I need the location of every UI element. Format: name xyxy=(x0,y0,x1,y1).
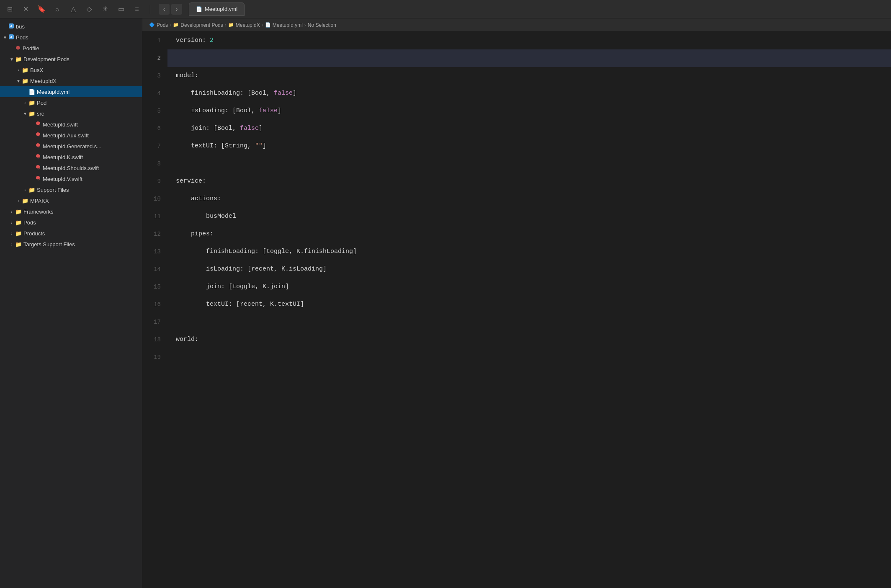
bookmark-icon[interactable]: 🔖 xyxy=(37,5,46,14)
breadcrumb-folder-icon-1: 📁 xyxy=(173,22,179,28)
sidebar-item-meetupid-aux[interactable]: MeetupId.Aux.swift xyxy=(0,130,142,141)
sidebar-item-podfile[interactable]: Podfile xyxy=(0,43,142,54)
line-number-11: 11 xyxy=(142,208,167,225)
asterisk-icon[interactable]: ✳ xyxy=(100,5,110,14)
sidebar-item-meetupid-k[interactable]: MeetupId.K.swift xyxy=(0,152,142,162)
tree-arrow: › xyxy=(15,199,22,203)
nav-back-button[interactable]: ‹ xyxy=(159,4,170,15)
yaml-icon: 📄 xyxy=(28,89,35,95)
breadcrumb-meetupid-yml[interactable]: MeetupId.yml xyxy=(273,22,303,28)
sidebar-item-label: MeetupId.yml xyxy=(37,89,70,95)
code-token: false xyxy=(259,102,278,120)
line-number-13: 13 xyxy=(142,243,167,260)
code-line-11: busModel xyxy=(167,208,891,225)
diamond-icon[interactable]: ◇ xyxy=(85,5,94,14)
sidebar-item-meetupidx[interactable]: ▼📁MeetupIdX xyxy=(0,75,142,86)
code-token: isLoading: [recent, K.isLoading] xyxy=(176,260,327,278)
tree-arrow: › xyxy=(8,242,15,247)
code-token: false xyxy=(240,120,259,137)
sidebar-item-busx[interactable]: ›📁BusX xyxy=(0,64,142,75)
code-token: service: xyxy=(176,173,206,190)
swift-icon xyxy=(35,121,41,128)
sidebar-item-meetupid-swift[interactable]: MeetupId.swift xyxy=(0,119,142,130)
line-number-16: 16 xyxy=(142,296,167,313)
folder-icon: 📁 xyxy=(15,209,22,215)
sidebar-item-label: bus xyxy=(16,23,25,30)
tab-meetupid-yml[interactable]: 📄 MeetupId.yml xyxy=(189,3,245,16)
rect-icon[interactable]: ▭ xyxy=(116,5,126,14)
sidebar-item-pods-root[interactable]: ▼APods xyxy=(0,32,142,43)
folder-icon: 📁 xyxy=(28,100,35,106)
code-token: ] xyxy=(263,137,266,155)
line-number-1: 1 xyxy=(142,32,167,49)
tree-arrow: ▼ xyxy=(8,57,15,62)
code-token: actions: xyxy=(176,190,221,208)
code-editor[interactable]: 12345678910111213141516171819 version: 2… xyxy=(142,32,891,588)
code-area: 12345678910111213141516171819 version: 2… xyxy=(142,32,891,588)
sidebar-item-products[interactable]: ›📁Products xyxy=(0,228,142,239)
code-line-8 xyxy=(167,155,891,173)
sidebar-item-pod[interactable]: ›📁Pod xyxy=(0,97,142,108)
sidebar-item-meetupid-v[interactable]: MeetupId.V.swift xyxy=(0,173,142,184)
grid-icon[interactable]: ⊞ xyxy=(5,5,14,14)
code-token: ] xyxy=(278,102,281,120)
sidebar-item-label: Development Pods xyxy=(23,56,70,62)
sidebar-item-frameworks[interactable]: ›📁Frameworks xyxy=(0,206,142,217)
svg-text:A: A xyxy=(10,24,13,28)
code-token: 2 xyxy=(210,32,214,49)
code-lines: version: 2model: finishLoading: [Bool, f… xyxy=(167,32,891,588)
sidebar: Abus▼APodsPodfile▼📁Development Pods›📁Bus… xyxy=(0,18,142,588)
breadcrumb-meetupidx[interactable]: MeetupIdX xyxy=(236,22,260,28)
tree-arrow: › xyxy=(8,220,15,225)
tree-arrow: ▼ xyxy=(15,79,22,83)
tree-arrow: › xyxy=(22,101,28,105)
breadcrumb-folder-icon-2: 📁 xyxy=(228,22,234,28)
breadcrumb-development-pods[interactable]: Development Pods xyxy=(180,22,223,28)
swift-icon xyxy=(35,143,41,150)
sidebar-item-support-files[interactable]: ›📁Support Files xyxy=(0,184,142,195)
close-icon[interactable]: ✕ xyxy=(21,5,30,14)
code-line-2 xyxy=(167,49,891,67)
tree-arrow: ▼ xyxy=(22,111,28,116)
breadcrumb-pods[interactable]: Pods xyxy=(157,22,168,28)
breadcrumb-sep-4: › xyxy=(304,22,306,28)
sidebar-item-bus[interactable]: Abus xyxy=(0,21,142,32)
code-line-6: join: [Bool, false] xyxy=(167,120,891,137)
folder-icon: 📁 xyxy=(15,241,22,248)
sidebar-item-development-pods[interactable]: ▼📁Development Pods xyxy=(0,54,142,64)
nav-forward-button[interactable]: › xyxy=(171,4,182,15)
svg-marker-4 xyxy=(16,46,20,50)
tree-arrow: › xyxy=(8,231,15,236)
sidebar-item-targets-support[interactable]: ›📁Targets Support Files xyxy=(0,239,142,250)
sidebar-item-label: Pod xyxy=(37,100,46,106)
sidebar-item-meetupid-generated[interactable]: MeetupId.Generated.s... xyxy=(0,141,142,152)
sidebar-item-label: Support Files xyxy=(37,187,69,193)
alert-icon[interactable]: △ xyxy=(69,5,78,14)
sidebar-item-pods[interactable]: ›📁Pods xyxy=(0,217,142,228)
code-line-10: actions: xyxy=(167,190,891,208)
line-number-10: 10 xyxy=(142,190,167,208)
line-number-19: 19 xyxy=(142,348,167,366)
code-line-17 xyxy=(167,313,891,331)
line-number-2: 2 xyxy=(142,49,167,67)
search-icon[interactable]: ⌕ xyxy=(53,5,62,14)
sidebar-item-mpakx[interactable]: ›📁MPAKX xyxy=(0,195,142,206)
breadcrumb-sep-1: › xyxy=(170,22,171,28)
sidebar-item-label: Podfile xyxy=(23,45,39,52)
sidebar-item-meetupid-shoulds[interactable]: MeetupId.Shoulds.swift xyxy=(0,162,142,173)
code-token: ] xyxy=(293,85,296,102)
sidebar-item-label: MeetupIdX xyxy=(30,78,57,84)
code-token: join: [Bool, xyxy=(176,120,240,137)
swift-icon xyxy=(35,132,41,139)
lines-icon[interactable]: ≡ xyxy=(132,5,142,14)
code-token: isLoading: [Bool, xyxy=(176,102,259,120)
code-line-18: world: xyxy=(167,331,891,348)
code-token: textUI: [recent, K.textUI] xyxy=(176,296,304,313)
sidebar-item-label: MeetupId.V.swift xyxy=(43,176,82,182)
code-line-3: model: xyxy=(167,67,891,85)
code-token: ] xyxy=(259,120,263,137)
breadcrumb-no-selection[interactable]: No Selection xyxy=(308,22,336,28)
line-number-15: 15 xyxy=(142,278,167,296)
sidebar-item-meetupid-yml[interactable]: 📄MeetupId.yml xyxy=(0,86,142,97)
sidebar-item-src[interactable]: ▼📁src xyxy=(0,108,142,119)
